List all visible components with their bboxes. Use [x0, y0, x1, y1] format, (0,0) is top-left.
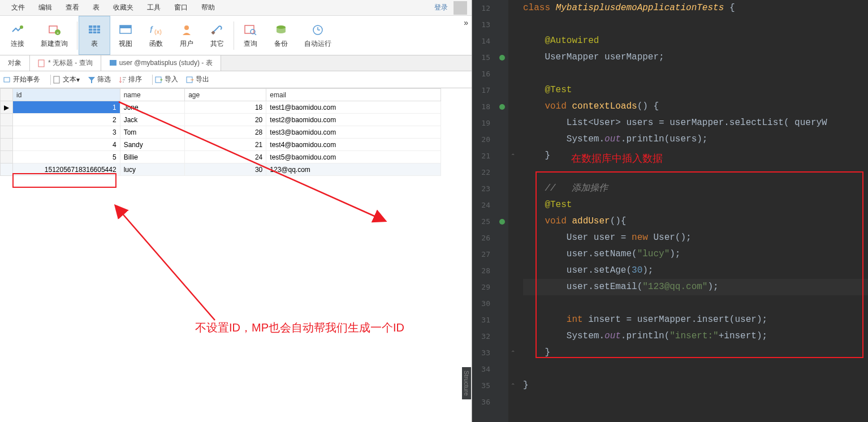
fold-marker[interactable] — [508, 98, 517, 115]
cell-name[interactable]: Sandy — [120, 139, 185, 151]
fold-marker[interactable] — [508, 197, 517, 213]
fold-marker[interactable]: ⌃ — [508, 345, 517, 361]
code-line[interactable]: // 添加操作 — [523, 180, 868, 197]
cell-id[interactable]: 2 — [13, 114, 120, 126]
action-filter[interactable]: 筛选 — [88, 75, 111, 84]
toolbar-view[interactable]: 视图 — [110, 16, 141, 55]
code-line[interactable]: User user = new User(); — [523, 230, 868, 246]
menu-tools[interactable]: 工具 — [140, 1, 167, 15]
action-begin-transaction[interactable]: 开始事务 — [3, 75, 40, 84]
cell-age[interactable]: 24 — [185, 151, 266, 163]
tab-untitled-query[interactable]: * 无标题 - 查询 — [30, 55, 101, 71]
code-line[interactable]: System.out.println(users); — [523, 131, 868, 148]
fold-marker[interactable] — [508, 16, 517, 33]
cell-name[interactable]: Jack — [120, 114, 185, 126]
code-line[interactable]: } — [523, 345, 868, 361]
fold-marker[interactable]: ⌃ — [508, 148, 517, 164]
cell-email[interactable]: test3@baomidou.com — [266, 126, 441, 139]
cell-age[interactable]: 20 — [185, 114, 266, 126]
code-line[interactable] — [523, 394, 868, 410]
table-row[interactable]: 3Tom28test3@baomidou.com — [1, 126, 441, 139]
fold-marker[interactable] — [508, 164, 517, 180]
fold-marker[interactable]: ⌃ — [508, 377, 517, 394]
cell-age[interactable]: 21 — [185, 139, 266, 151]
toolbar-function[interactable]: f(x) 函数 — [141, 16, 171, 55]
toolbar-expand-icon[interactable]: » — [464, 18, 468, 27]
table-row[interactable]: 5Billie24test5@baomidou.com — [1, 151, 441, 163]
code-line[interactable] — [523, 66, 868, 82]
cell-id[interactable]: 4 — [13, 139, 120, 151]
tab-user-table[interactable]: user @mybatisplus (study) - 表 — [101, 55, 221, 71]
code-line[interactable]: class MybatisplusdemoApplicationTests { — [523, 0, 868, 16]
action-sort[interactable]: 排序 — [119, 75, 142, 84]
cell-email[interactable]: test2@baomidou.com — [266, 114, 441, 126]
code-line[interactable]: @Test — [523, 82, 868, 98]
cell-age[interactable]: 28 — [185, 126, 266, 139]
avatar-icon[interactable] — [454, 1, 467, 15]
table-row[interactable]: 4Sandy21test4@baomidou.com — [1, 139, 441, 151]
toolbar-query[interactable]: 查询 — [235, 16, 266, 55]
menu-favorites[interactable]: 收藏夹 — [106, 1, 140, 15]
menu-window[interactable]: 窗口 — [167, 1, 195, 15]
cell-email[interactable]: test4@baomidou.com — [266, 139, 441, 151]
cell-age[interactable]: 30 — [185, 163, 266, 176]
column-header-email[interactable]: email — [266, 89, 441, 101]
cell-email[interactable]: test5@baomidou.com — [266, 151, 441, 163]
cell-name[interactable]: lucy — [120, 163, 185, 176]
cell-id[interactable]: 3 — [13, 126, 120, 139]
code-line[interactable]: UserMapper userMapper; — [523, 49, 868, 66]
menu-table[interactable]: 表 — [86, 1, 106, 15]
menu-help[interactable]: 帮助 — [195, 1, 222, 15]
cell-id[interactable]: 5 — [13, 151, 120, 163]
fold-marker[interactable] — [508, 262, 517, 279]
toolbar-newquery[interactable]: + 新建查询 — [33, 16, 76, 55]
code-line[interactable] — [523, 16, 868, 33]
cell-name[interactable]: Tom — [120, 126, 185, 139]
toolbar-autorun[interactable]: 自动运行 — [296, 16, 339, 55]
cell-name[interactable]: Jone — [120, 101, 185, 114]
code-line[interactable]: } — [523, 377, 868, 394]
fold-marker[interactable] — [508, 115, 517, 131]
column-header-id[interactable]: id — [13, 89, 120, 101]
toolbar-backup[interactable]: 备份 — [266, 16, 296, 55]
action-text[interactable]: 文本 ▾ — [53, 75, 80, 84]
fold-marker[interactable] — [508, 82, 517, 98]
code-line[interactable]: System.out.println("insert:"+insert); — [523, 328, 868, 345]
code-line[interactable]: int insert = userMapper.insert(user); — [523, 312, 868, 328]
toolbar-other[interactable]: 其它 — [202, 16, 232, 55]
fold-marker[interactable] — [508, 361, 517, 377]
login-link[interactable]: 登录 — [429, 1, 454, 15]
toolbar-table[interactable]: 表 — [79, 16, 110, 55]
fold-marker[interactable] — [508, 230, 517, 246]
fold-marker[interactable] — [508, 328, 517, 345]
fold-marker[interactable] — [508, 66, 517, 82]
tab-objects[interactable]: 对象 — [0, 55, 30, 71]
fold-marker[interactable] — [508, 394, 517, 410]
fold-marker[interactable] — [508, 131, 517, 148]
toolbar-connect[interactable]: 连接 — [2, 16, 33, 55]
code-line[interactable]: user.setAge(30); — [523, 262, 868, 279]
table-row[interactable]: ▶1Jone18test1@baomidou.com — [1, 101, 441, 114]
action-export[interactable]: 导出 — [186, 75, 209, 84]
structure-tool-window-tab[interactable]: Structure — [462, 367, 471, 399]
code-line[interactable] — [523, 164, 868, 180]
column-header-age[interactable]: age — [185, 89, 266, 101]
cell-id[interactable]: 1 — [13, 101, 120, 114]
code-line[interactable] — [523, 361, 868, 377]
action-import[interactable]: 导入 — [155, 75, 178, 84]
fold-marker[interactable] — [508, 33, 517, 49]
cell-email[interactable]: test1@baomidou.com — [266, 101, 441, 114]
menu-edit[interactable]: 编辑 — [32, 1, 59, 15]
table-row[interactable]: 1512056718316605442lucy30123@qq.com — [1, 163, 441, 176]
table-row[interactable]: 2Jack20test2@baomidou.com — [1, 114, 441, 126]
column-header-name[interactable]: name — [120, 89, 185, 101]
code-line[interactable]: void contextLoads() { — [523, 98, 868, 115]
fold-marker[interactable] — [508, 279, 517, 295]
fold-marker[interactable] — [508, 180, 517, 197]
code-line[interactable]: @Test — [523, 197, 868, 213]
fold-marker[interactable] — [508, 295, 517, 312]
code-line[interactable] — [523, 295, 868, 312]
fold-marker[interactable] — [508, 0, 517, 16]
code-line[interactable]: user.setName("lucy"); — [523, 246, 868, 262]
cell-email[interactable]: 123@qq.com — [266, 163, 441, 176]
